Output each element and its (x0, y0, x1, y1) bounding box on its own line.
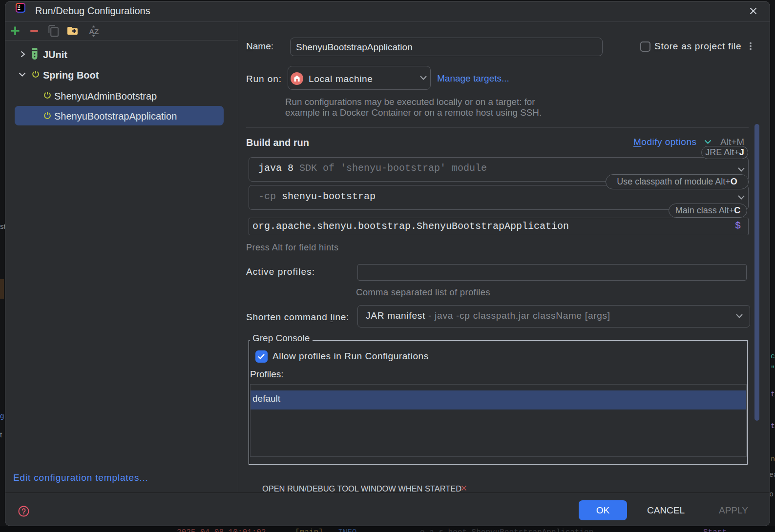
svg-text:IJ: IJ (18, 5, 21, 8)
svg-text:AZ: AZ (89, 27, 99, 36)
